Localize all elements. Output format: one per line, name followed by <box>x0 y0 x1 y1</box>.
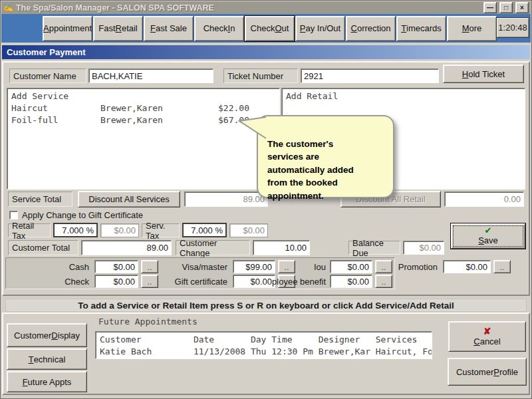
clock: 1:20:48 <box>496 17 529 38</box>
customer-name-input[interactable]: BACH,KATIE <box>88 68 213 83</box>
toolbar-buttons: Appointment Fast Retail Fast Sale Check … <box>43 16 497 41</box>
toolbar-button-correction[interactable]: Correction <box>346 16 396 41</box>
apply-change-checkbox[interactable] <box>9 211 18 219</box>
ticket-number-input[interactable]: 2921 <box>301 68 439 83</box>
employee-benefit-field[interactable]: $0.00 <box>330 275 372 288</box>
page-title: Customer Payment <box>7 47 85 57</box>
visa-master-label: Visa/master <box>160 260 230 273</box>
toolbar-button-check-out[interactable]: Check Out <box>245 16 295 41</box>
customer-total-label: Customer Total <box>8 240 78 255</box>
balance-due-field: $0.00 <box>403 241 444 255</box>
retail-tax-amount-field: $0.00 <box>100 223 139 237</box>
promotion-lookup-button[interactable]: .. <box>493 260 511 273</box>
app-window: ✍ The Spa/Salon Manager - SALON SPA SOFT… <box>0 0 532 399</box>
save-check-icon: ✔ <box>485 227 492 235</box>
main-toolbar: Appointment Fast Retail Fast Sale Check … <box>1 14 531 43</box>
check-label: Check <box>39 275 92 288</box>
future-appts-button[interactable]: Future Appts <box>7 371 87 392</box>
service-total-label: Service Total <box>8 192 72 207</box>
customer-display-button[interactable]: Customer Display <box>7 323 87 347</box>
retail-tax-label: Retail Tax <box>8 223 51 237</box>
service-tax-rate-field[interactable]: 7.000 % <box>182 223 227 237</box>
iou-lookup-button[interactable]: .. <box>375 260 392 273</box>
toolbar-button-fast-retail[interactable]: Fast Retail <box>93 16 143 41</box>
page-title-bar: Customer Payment <box>2 45 530 59</box>
customer-profile-button[interactable]: Customer Profile <box>448 358 527 386</box>
future-appointments-list[interactable]: CustomerDateDayTimeDesignerServices Kati… <box>95 331 432 359</box>
check-field[interactable]: $0.00 <box>94 275 138 288</box>
check-lookup-button[interactable]: .. <box>141 275 158 288</box>
maximize-button[interactable]: □ <box>499 2 513 13</box>
technical-button[interactable]: Technical <box>7 348 87 370</box>
promotion-field[interactable]: $0.00 <box>443 260 491 273</box>
employee-benefit-lookup-button[interactable]: .. <box>375 275 392 288</box>
future-appointments-header: CustomerDateDayTimeDesignerServices <box>100 334 432 346</box>
future-appointment-row[interactable]: Katie Bach11/13/2008Thu12:30 PmBrewer,Ka… <box>100 346 432 358</box>
title-bar: ✍ The Spa/Salon Manager - SALON SPA SOFT… <box>1 1 531 14</box>
toolbar-button-timecards[interactable]: Timecards <box>396 16 446 41</box>
service-list-title: Add Service <box>11 90 279 102</box>
iou-field[interactable]: $0.00 <box>330 260 372 273</box>
customer-name-label: Customer Name <box>9 68 86 83</box>
retail-tax-rate-field[interactable]: 7.000 % <box>53 223 98 237</box>
cash-label: Cash <box>39 260 92 273</box>
keyboard-hint: To add a Service or Retail Item press S … <box>5 299 527 312</box>
app-icon: ✍ <box>3 3 13 13</box>
cancel-x-icon: ✘ <box>483 327 491 336</box>
customer-total-field[interactable]: 89.00 <box>81 240 172 255</box>
tooltip-callout-tail <box>238 113 267 142</box>
window-title: The Spa/Salon Manager - SALON SPA SOFTWA… <box>16 3 214 13</box>
hold-ticket-button[interactable]: Hold Ticket <box>443 65 524 83</box>
minimize-button[interactable]: — <box>483 2 497 13</box>
gift-certificate-label: Gift certificate <box>160 275 230 288</box>
promotion-label: Promotion <box>396 260 440 273</box>
clock-time: 1:20:48 <box>498 23 527 33</box>
retail-total-field: 0.00 <box>444 192 524 207</box>
cash-field[interactable]: $0.00 <box>94 260 138 273</box>
tooltip-callout: The customer's services are automaticall… <box>257 115 394 198</box>
employee-benefit-label: ployee benefit <box>255 275 329 288</box>
ticket-number-label: Ticket Number <box>223 68 298 83</box>
customer-change-label: Customer Change <box>176 240 250 255</box>
close-button[interactable]: × <box>515 2 529 13</box>
apply-change-label: Apply Change to Gift Certificate <box>22 210 143 220</box>
cash-lookup-button[interactable]: .. <box>141 260 158 273</box>
future-appointments-title: Future Appointments <box>98 317 198 327</box>
tooltip-text: The customer's services are automaticall… <box>267 139 354 201</box>
service-total-field: 89.00 <box>184 192 268 207</box>
toolbar-button-fast-sale[interactable]: Fast Sale <box>144 16 194 41</box>
toolbar-button-check-in[interactable]: Check In <box>194 16 244 41</box>
toolbar-button-more[interactable]: More <box>447 16 497 41</box>
customer-change-field[interactable]: 10.00 <box>253 240 310 255</box>
iou-label: Iou <box>255 260 329 273</box>
balance-due-label: Balance Due <box>348 241 400 255</box>
discount-all-services-button[interactable]: Discount All Services <box>78 191 180 207</box>
retail-list-title: Add Retail <box>286 90 525 102</box>
toolbar-button-appointment[interactable]: Appointment <box>43 16 92 41</box>
cancel-button[interactable]: ✘ Cancel <box>448 321 526 352</box>
service-tax-amount-field: $0.00 <box>229 223 268 237</box>
save-button[interactable]: ✔ Save <box>451 223 525 249</box>
service-tax-label: Serv. Tax <box>142 223 180 237</box>
toolbar-button-pay-in-out[interactable]: Pay In/Out <box>295 16 345 41</box>
